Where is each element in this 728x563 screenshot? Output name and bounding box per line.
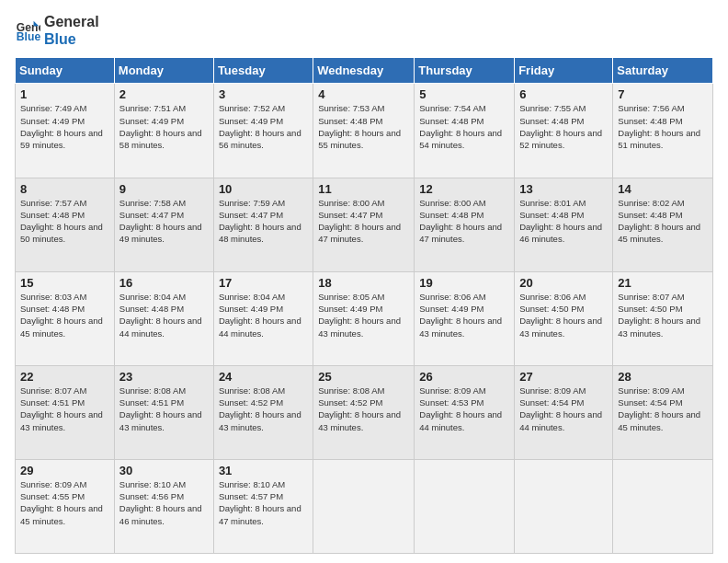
day-number: 16 xyxy=(119,276,209,290)
day-info: Sunrise: 8:08 AM Sunset: 4:51 PM Dayligh… xyxy=(119,385,209,433)
day-number: 4 xyxy=(318,87,409,101)
day-info: Sunrise: 8:04 AM Sunset: 4:49 PM Dayligh… xyxy=(219,291,308,339)
calendar-cell xyxy=(613,459,713,553)
sunset-label: Sunset: 4:54 PM xyxy=(618,397,682,408)
sunset-label: Sunset: 4:47 PM xyxy=(219,210,283,220)
sunset-label: Sunset: 4:47 PM xyxy=(318,210,382,220)
sunrise-label: Sunrise: 7:57 AM xyxy=(20,198,86,208)
sunset-label: Sunset: 4:57 PM xyxy=(219,491,283,501)
day-info: Sunrise: 7:59 AM Sunset: 4:47 PM Dayligh… xyxy=(219,197,308,246)
sunrise-label: Sunrise: 7:51 AM xyxy=(119,103,186,113)
day-info: Sunrise: 8:07 AM Sunset: 4:50 PM Dayligh… xyxy=(618,291,708,339)
calendar-cell: 12 Sunrise: 8:00 AM Sunset: 4:48 PM Dayl… xyxy=(415,178,515,271)
sunset-label: Sunset: 4:49 PM xyxy=(419,304,483,314)
daylight-label: Daylight: 8 hours and 49 minutes. xyxy=(119,222,202,244)
daylight-label: Daylight: 8 hours and 43 minutes. xyxy=(519,316,602,338)
day-info: Sunrise: 7:51 AM Sunset: 4:49 PM Dayligh… xyxy=(119,102,209,151)
day-number: 30 xyxy=(119,464,209,477)
calendar-cell: 23 Sunrise: 8:08 AM Sunset: 4:51 PM Dayl… xyxy=(114,365,213,459)
day-info: Sunrise: 8:02 AM Sunset: 4:48 PM Dayligh… xyxy=(618,197,708,246)
day-info: Sunrise: 7:57 AM Sunset: 4:48 PM Dayligh… xyxy=(20,197,109,246)
sunset-label: Sunset: 4:47 PM xyxy=(119,210,184,220)
daylight-label: Daylight: 8 hours and 48 minutes. xyxy=(219,222,301,244)
day-number: 8 xyxy=(20,182,109,196)
col-header-sunday: Sunday xyxy=(16,58,115,84)
day-number: 14 xyxy=(618,182,708,196)
daylight-label: Daylight: 8 hours and 47 minutes. xyxy=(219,503,301,525)
day-info: Sunrise: 7:56 AM Sunset: 4:48 PM Dayligh… xyxy=(618,102,708,151)
sunrise-label: Sunrise: 7:55 AM xyxy=(519,103,586,113)
daylight-label: Daylight: 8 hours and 56 minutes. xyxy=(219,128,301,150)
calendar-week-1: 1 Sunrise: 7:49 AM Sunset: 4:49 PM Dayli… xyxy=(16,84,713,178)
sunrise-label: Sunrise: 7:58 AM xyxy=(119,198,186,208)
calendar-cell: 13 Sunrise: 8:01 AM Sunset: 4:48 PM Dayl… xyxy=(515,178,613,271)
day-info: Sunrise: 8:04 AM Sunset: 4:48 PM Dayligh… xyxy=(119,291,209,339)
sunset-label: Sunset: 4:52 PM xyxy=(219,397,283,408)
calendar-cell: 27 Sunrise: 8:09 AM Sunset: 4:54 PM Dayl… xyxy=(515,365,613,459)
sunrise-label: Sunrise: 7:52 AM xyxy=(219,103,285,113)
daylight-label: Daylight: 8 hours and 55 minutes. xyxy=(318,128,401,150)
sunrise-label: Sunrise: 8:04 AM xyxy=(119,292,186,302)
sunset-label: Sunset: 4:48 PM xyxy=(519,210,584,220)
col-header-saturday: Saturday xyxy=(613,58,713,84)
day-number: 20 xyxy=(519,276,608,290)
sunset-label: Sunset: 4:50 PM xyxy=(519,304,584,314)
sunset-label: Sunset: 4:48 PM xyxy=(20,304,85,314)
calendar-cell xyxy=(313,459,415,553)
calendar-cell: 15 Sunrise: 8:03 AM Sunset: 4:48 PM Dayl… xyxy=(16,271,115,365)
sunset-label: Sunset: 4:48 PM xyxy=(318,116,382,126)
day-info: Sunrise: 8:01 AM Sunset: 4:48 PM Dayligh… xyxy=(519,197,608,246)
calendar-cell: 10 Sunrise: 7:59 AM Sunset: 4:47 PM Dayl… xyxy=(213,178,313,271)
day-number: 6 xyxy=(519,87,608,101)
sunset-label: Sunset: 4:48 PM xyxy=(119,304,184,314)
calendar-cell: 19 Sunrise: 8:06 AM Sunset: 4:49 PM Dayl… xyxy=(415,271,515,365)
sunrise-label: Sunrise: 8:08 AM xyxy=(119,385,186,396)
sunset-label: Sunset: 4:50 PM xyxy=(618,304,682,314)
calendar-cell: 30 Sunrise: 8:10 AM Sunset: 4:56 PM Dayl… xyxy=(114,459,213,553)
day-info: Sunrise: 8:06 AM Sunset: 4:50 PM Dayligh… xyxy=(519,291,608,339)
sunrise-label: Sunrise: 7:56 AM xyxy=(618,103,684,113)
sunrise-label: Sunrise: 8:01 AM xyxy=(519,198,586,208)
daylight-label: Daylight: 8 hours and 47 minutes. xyxy=(318,222,401,244)
calendar-cell: 26 Sunrise: 8:09 AM Sunset: 4:53 PM Dayl… xyxy=(415,365,515,459)
sunset-label: Sunset: 4:51 PM xyxy=(20,397,85,408)
sunrise-label: Sunrise: 8:10 AM xyxy=(119,479,186,489)
col-header-friday: Friday xyxy=(515,58,613,84)
calendar-week-3: 15 Sunrise: 8:03 AM Sunset: 4:48 PM Dayl… xyxy=(16,271,713,365)
logo: General Blue General Blue xyxy=(15,13,99,48)
day-number: 31 xyxy=(219,464,308,477)
col-header-tuesday: Tuesday xyxy=(213,58,313,84)
daylight-label: Daylight: 8 hours and 54 minutes. xyxy=(419,128,502,150)
daylight-label: Daylight: 8 hours and 44 minutes. xyxy=(219,316,301,338)
calendar-table: SundayMondayTuesdayWednesdayThursdayFrid… xyxy=(15,57,713,554)
day-info: Sunrise: 8:00 AM Sunset: 4:48 PM Dayligh… xyxy=(419,197,509,246)
day-number: 9 xyxy=(119,182,209,196)
calendar-cell: 1 Sunrise: 7:49 AM Sunset: 4:49 PM Dayli… xyxy=(16,84,115,178)
day-number: 22 xyxy=(20,370,109,384)
calendar-cell: 24 Sunrise: 8:08 AM Sunset: 4:52 PM Dayl… xyxy=(213,365,313,459)
calendar-cell: 25 Sunrise: 8:08 AM Sunset: 4:52 PM Dayl… xyxy=(313,365,415,459)
day-number: 25 xyxy=(318,370,409,384)
sunset-label: Sunset: 4:51 PM xyxy=(119,397,184,408)
header: General Blue General Blue xyxy=(15,13,713,48)
calendar-cell: 28 Sunrise: 8:09 AM Sunset: 4:54 PM Dayl… xyxy=(613,365,713,459)
day-info: Sunrise: 7:58 AM Sunset: 4:47 PM Dayligh… xyxy=(119,197,209,246)
sunrise-label: Sunrise: 8:05 AM xyxy=(318,292,384,302)
calendar-cell xyxy=(515,459,613,553)
sunset-label: Sunset: 4:54 PM xyxy=(519,397,584,408)
sunrise-label: Sunrise: 8:10 AM xyxy=(219,479,285,489)
daylight-label: Daylight: 8 hours and 44 minutes. xyxy=(419,409,502,431)
daylight-label: Daylight: 8 hours and 43 minutes. xyxy=(318,409,401,431)
calendar-cell: 17 Sunrise: 8:04 AM Sunset: 4:49 PM Dayl… xyxy=(213,271,313,365)
calendar-cell: 5 Sunrise: 7:54 AM Sunset: 4:48 PM Dayli… xyxy=(415,84,515,178)
day-info: Sunrise: 7:53 AM Sunset: 4:48 PM Dayligh… xyxy=(318,102,409,151)
day-number: 7 xyxy=(618,87,708,101)
sunset-label: Sunset: 4:48 PM xyxy=(618,116,682,126)
day-info: Sunrise: 8:09 AM Sunset: 4:54 PM Dayligh… xyxy=(618,385,708,433)
day-number: 13 xyxy=(519,182,608,196)
day-number: 5 xyxy=(419,87,509,101)
calendar-cell: 8 Sunrise: 7:57 AM Sunset: 4:48 PM Dayli… xyxy=(16,178,115,271)
calendar-cell: 3 Sunrise: 7:52 AM Sunset: 4:49 PM Dayli… xyxy=(213,84,313,178)
calendar-cell: 4 Sunrise: 7:53 AM Sunset: 4:48 PM Dayli… xyxy=(313,84,415,178)
daylight-label: Daylight: 8 hours and 52 minutes. xyxy=(519,128,602,150)
